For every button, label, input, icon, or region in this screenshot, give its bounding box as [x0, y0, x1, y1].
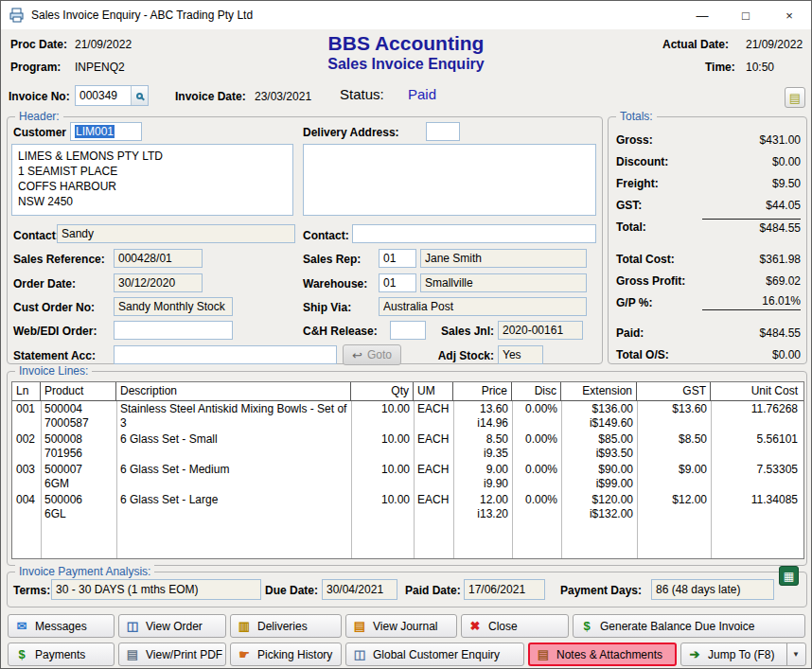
export-excel-button[interactable]: ▦ — [779, 566, 799, 586]
generate-balance-due-invoice-button[interactable]: $Generate Balance Due Invoice — [573, 614, 805, 638]
goto-button[interactable]: ↩Goto — [343, 344, 401, 365]
window-title: Sales Invoice Enquiry - ABC Trading Pty … — [31, 9, 253, 22]
totals-row: Gross Profit:$69.02 — [616, 270, 801, 291]
time-label: Time: — [705, 61, 735, 74]
paid-date-label: Paid Date: — [405, 584, 461, 597]
totals-value: $431.00 — [702, 133, 801, 147]
enquiry-icon: ◫ — [352, 647, 367, 661]
totals-row: Discount:$0.00 — [616, 150, 801, 172]
status-label: Status: — [340, 86, 384, 102]
totals-label: Total Cost: — [616, 253, 675, 266]
totals-row: Gross:$431.00 — [616, 129, 801, 150]
button-label: Payments — [35, 648, 85, 661]
payment-days-input[interactable] — [651, 579, 774, 600]
minimize-button[interactable]: — — [680, 1, 724, 29]
column-header: Product — [41, 382, 116, 400]
notes-icon: ▤ — [536, 647, 551, 661]
cell-price: 9.00i9.90 — [453, 462, 512, 492]
sales-rep-code-input[interactable] — [379, 249, 416, 268]
payments-button[interactable]: $Payments — [8, 643, 115, 666]
invoice-line-row[interactable]: 0025000087019566 Glass Set - Small10.00E… — [12, 431, 803, 462]
close-button[interactable]: ✖Close — [461, 614, 569, 638]
notes-attachments-button[interactable]: ▤Notes & Attachments — [528, 643, 677, 666]
totals-value: $0.00 — [702, 348, 801, 361]
messages-button[interactable]: ✉Messages — [8, 614, 115, 638]
invoice-line-row[interactable]: 0035000076GM6 Glass Set - Medium10.00EAC… — [12, 462, 803, 492]
invoice-lines-group-title: Invoice Lines: — [15, 364, 92, 378]
cell-um: EACH — [414, 401, 453, 431]
cell-gst: $8.50 — [637, 431, 711, 462]
statement-acc-input[interactable] — [114, 345, 337, 364]
grid-column-separator — [711, 401, 712, 558]
dropdown-arrow-icon[interactable]: ▼ — [786, 643, 800, 665]
view-order-button[interactable]: ◫View Order — [118, 614, 226, 638]
web-edi-order-input[interactable] — [114, 321, 233, 340]
close-window-button[interactable]: × — [768, 1, 811, 29]
contact-label: Contact: — [13, 229, 60, 242]
due-date-input[interactable] — [322, 579, 397, 600]
order-date-input[interactable] — [114, 273, 203, 292]
window-controls: — □ × — [680, 1, 811, 29]
cust-order-no-input[interactable] — [114, 297, 233, 316]
payment-days-label: Payment Days: — [560, 584, 642, 597]
dollar-icon: $ — [14, 647, 29, 661]
adj-stock-input[interactable] — [498, 345, 543, 364]
cell-ln: 004 — [12, 492, 41, 522]
sales-jnl-input[interactable] — [498, 321, 583, 340]
contact-input[interactable] — [57, 224, 295, 243]
delivery-contact-input[interactable] — [352, 224, 596, 243]
sales-reference-input[interactable] — [114, 249, 203, 268]
button-label: Messages — [35, 620, 87, 633]
column-header: Qty — [351, 382, 414, 400]
app-icon — [9, 8, 25, 23]
cell-price: 13.60i14.96 — [453, 401, 512, 431]
cell-description: 6 Glass Set - Large — [116, 492, 351, 522]
cell-extension: $136.00i$149.60 — [561, 401, 637, 431]
sales-rep-name-input[interactable] — [420, 249, 587, 268]
actual-date-label: Actual Date: — [662, 38, 729, 51]
invoice-lines-grid: LnProductDescriptionQtyUMPriceDiscExtens… — [11, 381, 804, 559]
cell-extension: $90.00i$99.00 — [561, 462, 637, 492]
cust-order-no-label: Cust Order No: — [13, 301, 95, 314]
payment-analysis-group-title: Invoice Payment Analysis: — [15, 565, 154, 578]
invoice-line-row[interactable]: 0015000047000587Stainless Steel Antiskid… — [12, 401, 803, 431]
deliveries-button[interactable]: ▥Deliveries — [230, 614, 342, 638]
paid-date-input[interactable] — [464, 579, 545, 600]
invoice-search-button[interactable] — [131, 86, 148, 105]
delivery-code-input[interactable] — [426, 122, 460, 141]
button-label: Jump To (F8) — [708, 648, 774, 661]
totals-label: GST: — [616, 199, 642, 212]
totals-bottom-section: Paid:$484.55Total O/S:$0.00 — [609, 322, 806, 365]
ship-via-input[interactable] — [379, 297, 587, 316]
grid-header: LnProductDescriptionQtyUMPriceDiscExtens… — [12, 382, 803, 401]
totals-top-section: Gross:$431.00Discount:$0.00Freight:$9.50… — [609, 129, 806, 238]
panel-toggle-button[interactable]: ▤ — [785, 87, 805, 108]
journal-icon: ▤ — [352, 619, 367, 633]
totals-value: $484.55 — [702, 326, 801, 340]
view-journal-button[interactable]: ▤View Journal — [345, 614, 457, 638]
invoice-line-row[interactable]: 0045000066GL6 Glass Set - Large10.00EACH… — [12, 492, 803, 522]
delivery-contact-label: Contact: — [303, 229, 349, 242]
warehouse-name-input[interactable] — [420, 273, 587, 292]
cell-product: 5000047000587 — [41, 401, 116, 431]
adj-stock-label: Adj Stock: — [433, 349, 494, 362]
invoice-date-label: Invoice Date: — [175, 90, 246, 103]
status-badge: Paid — [408, 86, 436, 102]
customer-address-box: LIMES & LEMONS PTY LTD 1 SEAMIST PLACE C… — [11, 144, 293, 216]
jump-to-button[interactable]: ➔Jump To (F8)▼ — [680, 643, 806, 666]
grid-column-separator — [116, 401, 117, 558]
terms-input[interactable] — [51, 579, 261, 600]
warehouse-code-input[interactable] — [379, 273, 416, 292]
totals-label: Discount: — [616, 155, 668, 168]
view-print-pdf-button[interactable]: ▤View/Print PDF — [118, 643, 226, 666]
customer-label: Customer — [13, 126, 66, 139]
invoice-no-input[interactable]: 000349 — [75, 85, 149, 106]
cell-gst: $13.60 — [637, 401, 711, 431]
picking-history-button[interactable]: ☛Picking History — [230, 643, 342, 666]
global-customer-enquiry-button[interactable]: ◫Global Customer Enquiry — [345, 643, 524, 666]
customer-code-input[interactable]: LIM001 — [70, 122, 142, 141]
cell-um: EACH — [414, 431, 453, 462]
ch-release-input[interactable] — [390, 321, 426, 340]
invoice-no-label: Invoice No: — [9, 90, 70, 103]
maximize-button[interactable]: □ — [724, 1, 768, 29]
